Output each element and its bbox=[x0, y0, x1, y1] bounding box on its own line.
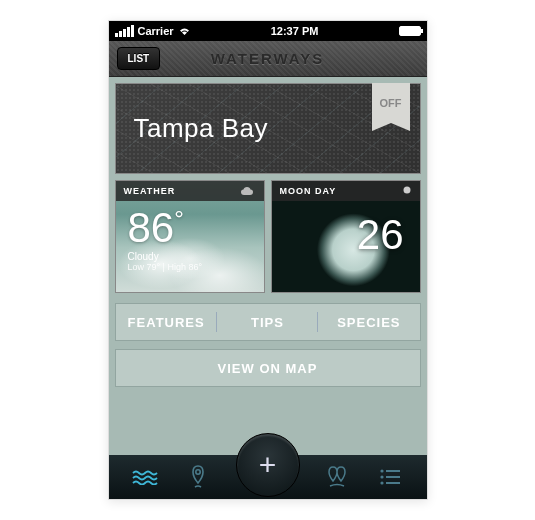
features-tab[interactable]: FEATURES bbox=[116, 304, 217, 340]
svg-rect-3 bbox=[386, 470, 400, 472]
plus-icon: + bbox=[259, 448, 277, 482]
segment-row: FEATURES TIPS SPECIES bbox=[115, 303, 421, 341]
phone-screen: Carrier 12:37 PM LIST WATERWAYS Tampa Ba… bbox=[108, 20, 428, 500]
cloud-icon bbox=[240, 186, 256, 196]
tips-tab[interactable]: TIPS bbox=[217, 304, 318, 340]
weather-range: Low 79° | High 86° bbox=[128, 262, 252, 272]
temperature-value: 86 bbox=[128, 204, 175, 251]
content-area: Tampa Bay OFF WEATHER 86° Cloudy Low 79°… bbox=[109, 77, 427, 457]
add-button[interactable]: + bbox=[236, 433, 300, 497]
tab-waves[interactable] bbox=[130, 462, 160, 492]
waves-icon bbox=[132, 469, 158, 485]
svg-point-1 bbox=[195, 470, 199, 474]
status-bar: Carrier 12:37 PM bbox=[109, 21, 427, 41]
double-pin-icon bbox=[324, 465, 350, 489]
moon-card[interactable]: MOON DAY 26 bbox=[271, 180, 421, 293]
moon-header: MOON DAY bbox=[280, 186, 337, 196]
svg-point-6 bbox=[380, 481, 383, 484]
page-title: WATERWAYS bbox=[211, 50, 325, 67]
off-toggle[interactable]: OFF bbox=[372, 83, 410, 123]
wifi-icon bbox=[178, 26, 191, 36]
svg-point-4 bbox=[380, 475, 383, 478]
list-icon bbox=[379, 469, 401, 485]
view-on-map-button[interactable]: VIEW ON MAP bbox=[115, 349, 421, 387]
carrier-label: Carrier bbox=[138, 25, 174, 37]
clock: 12:37 PM bbox=[271, 25, 319, 37]
weather-condition: Cloudy bbox=[128, 251, 252, 262]
nav-bar: LIST WATERWAYS bbox=[109, 41, 427, 77]
signal-icon bbox=[115, 25, 134, 37]
list-button[interactable]: LIST bbox=[117, 47, 161, 70]
tab-double-pin[interactable] bbox=[322, 462, 352, 492]
weather-card[interactable]: WEATHER 86° Cloudy Low 79° | High 86° bbox=[115, 180, 265, 293]
svg-rect-7 bbox=[386, 482, 400, 484]
location-title: Tampa Bay bbox=[134, 113, 269, 144]
weather-header: WEATHER bbox=[124, 186, 176, 196]
species-tab[interactable]: SPECIES bbox=[318, 304, 419, 340]
tab-pin[interactable] bbox=[183, 462, 213, 492]
svg-point-2 bbox=[380, 469, 383, 472]
battery-icon bbox=[399, 26, 421, 36]
pin-icon bbox=[187, 465, 209, 489]
tab-bar: + bbox=[109, 455, 427, 499]
svg-point-0 bbox=[403, 187, 410, 194]
balloon-icon bbox=[402, 186, 412, 196]
svg-rect-5 bbox=[386, 476, 400, 478]
tab-list[interactable] bbox=[375, 462, 405, 492]
moon-day-value: 26 bbox=[357, 211, 404, 259]
location-hero[interactable]: Tampa Bay OFF bbox=[115, 83, 421, 174]
